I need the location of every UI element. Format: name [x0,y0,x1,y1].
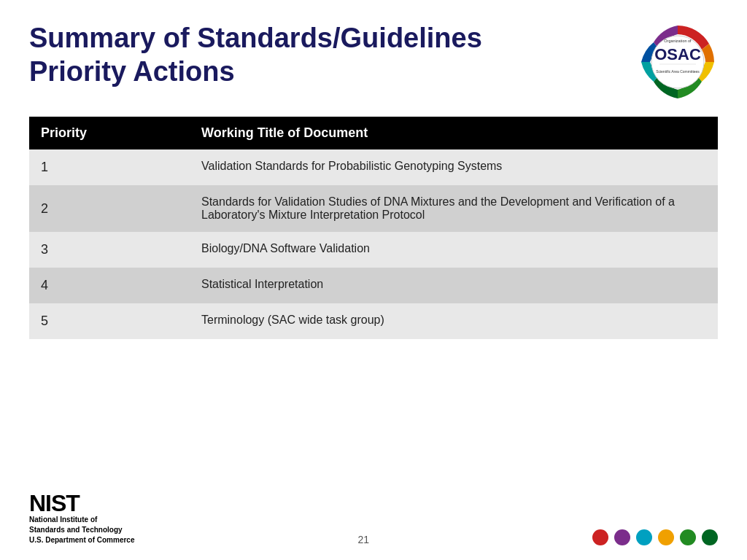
priority-cell: 1 [29,149,190,185]
color-dot [636,529,652,545]
color-dot [658,529,674,545]
header-area: Summary of Standards/Guidelines Priority… [29,22,718,102]
col-header-priority: Priority [29,117,190,149]
page-number: 21 [134,534,592,545]
title-cell: Biology/DNA Software Validation [190,232,718,268]
title-line2: Priority Actions [29,56,235,87]
color-dot [614,529,630,545]
table-row: 4Statistical Interpretation [29,268,718,303]
svg-text:Scientific Area Committees: Scientific Area Committees [656,69,700,74]
table-row: 2Standards for Validation Studies of DNA… [29,185,718,232]
osac-logo: OSAC Organization of Scientific Area Com… [638,22,718,102]
svg-text:OSAC: OSAC [654,45,701,63]
table-row: 5Terminology (SAC wide task group) [29,303,718,339]
priority-cell: 5 [29,303,190,339]
table-row: 1Validation Standards for Probabilistic … [29,149,718,185]
svg-text:Organization of: Organization of [664,39,692,43]
priority-cell: 2 [29,185,190,232]
footer: NIST National Institute of Standards and… [29,484,718,545]
nist-logo: NIST National Institute of Standards and… [29,491,134,545]
color-dot [680,529,696,545]
slide: Summary of Standards/Guidelines Priority… [0,0,747,560]
priority-table: Priority Working Title of Document 1Vali… [29,117,718,339]
title-cell: Validation Standards for Probabilistic G… [190,149,718,185]
priority-cell: 3 [29,232,190,268]
col-header-title: Working Title of Document [190,117,718,149]
color-dots-container [592,529,718,545]
title-line1: Summary of Standards/Guidelines [29,23,482,53]
slide-title: Summary of Standards/Guidelines Priority… [29,22,482,88]
color-dot [592,529,608,545]
priority-cell: 4 [29,268,190,303]
table-header-row: Priority Working Title of Document [29,117,718,149]
nist-full-name: National Institute of Standards and Tech… [29,515,134,545]
title-cell: Terminology (SAC wide task group) [190,303,718,339]
color-dot [702,529,718,545]
title-cell: Statistical Interpretation [190,268,718,303]
title-cell: Standards for Validation Studies of DNA … [190,185,718,232]
nist-abbreviation: NIST [29,491,134,515]
table-row: 3Biology/DNA Software Validation [29,232,718,268]
priority-table-container: Priority Working Title of Document 1Vali… [29,117,718,477]
